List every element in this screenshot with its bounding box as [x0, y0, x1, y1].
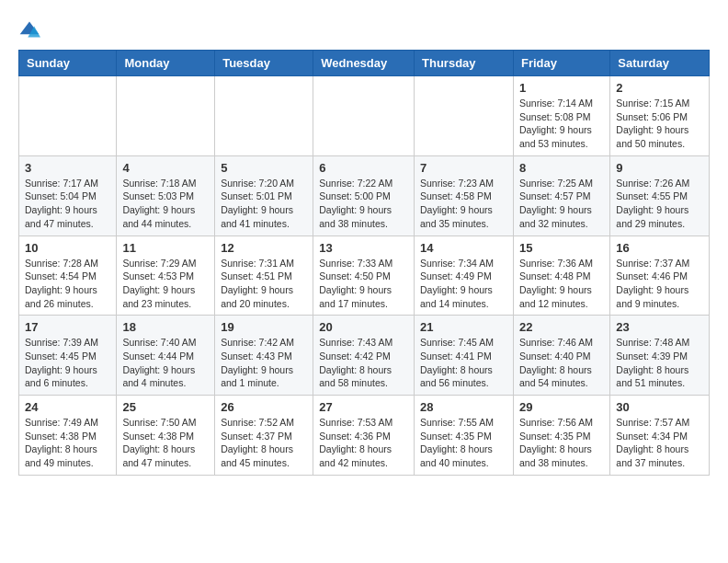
calendar-cell: 25Sunrise: 7:50 AM Sunset: 4:38 PM Dayli…: [117, 396, 215, 476]
day-number: 27: [319, 400, 408, 414]
calendar-cell: 30Sunrise: 7:57 AM Sunset: 4:34 PM Dayli…: [610, 396, 710, 476]
day-number: 2: [616, 81, 703, 95]
weekday-header: Monday: [117, 51, 215, 76]
day-number: 1: [519, 81, 604, 95]
calendar-cell: 1Sunrise: 7:14 AM Sunset: 5:08 PM Daylig…: [513, 76, 609, 156]
calendar-week-row: 24Sunrise: 7:49 AM Sunset: 4:38 PM Dayli…: [19, 396, 710, 476]
page-header: [18, 18, 710, 40]
calendar-header-row: SundayMondayTuesdayWednesdayThursdayFrid…: [19, 51, 710, 76]
day-info: Sunrise: 7:56 AM Sunset: 4:35 PM Dayligh…: [519, 416, 604, 470]
calendar-cell: [19, 76, 117, 156]
day-number: 9: [616, 161, 703, 175]
calendar-cell: 10Sunrise: 7:28 AM Sunset: 4:54 PM Dayli…: [19, 236, 117, 316]
calendar-cell: 18Sunrise: 7:40 AM Sunset: 4:44 PM Dayli…: [117, 316, 215, 396]
calendar-cell: 27Sunrise: 7:53 AM Sunset: 4:36 PM Dayli…: [313, 396, 415, 476]
calendar-cell: 9Sunrise: 7:26 AM Sunset: 4:55 PM Daylig…: [610, 155, 710, 236]
logo: [18, 18, 44, 40]
day-number: 13: [319, 241, 408, 255]
day-info: Sunrise: 7:46 AM Sunset: 4:40 PM Dayligh…: [519, 336, 604, 390]
day-info: Sunrise: 7:49 AM Sunset: 4:38 PM Dayligh…: [25, 416, 110, 470]
day-info: Sunrise: 7:29 AM Sunset: 4:53 PM Dayligh…: [122, 257, 209, 311]
day-info: Sunrise: 7:31 AM Sunset: 4:51 PM Dayligh…: [221, 257, 307, 311]
day-info: Sunrise: 7:55 AM Sunset: 4:35 PM Dayligh…: [420, 416, 507, 470]
calendar-cell: 14Sunrise: 7:34 AM Sunset: 4:49 PM Dayli…: [415, 236, 514, 316]
day-number: 22: [519, 320, 604, 334]
calendar-cell: 20Sunrise: 7:43 AM Sunset: 4:42 PM Dayli…: [313, 316, 415, 396]
calendar-cell: 6Sunrise: 7:22 AM Sunset: 5:00 PM Daylig…: [313, 155, 415, 236]
weekday-header: Friday: [513, 51, 609, 76]
day-info: Sunrise: 7:36 AM Sunset: 4:48 PM Dayligh…: [519, 257, 604, 311]
calendar-cell: 3Sunrise: 7:17 AM Sunset: 5:04 PM Daylig…: [19, 155, 117, 236]
day-info: Sunrise: 7:50 AM Sunset: 4:38 PM Dayligh…: [122, 416, 209, 470]
calendar-cell: [415, 76, 514, 156]
calendar-cell: [313, 76, 415, 156]
day-info: Sunrise: 7:37 AM Sunset: 4:46 PM Dayligh…: [616, 257, 703, 311]
day-number: 21: [420, 320, 507, 334]
day-info: Sunrise: 7:57 AM Sunset: 4:34 PM Dayligh…: [616, 416, 703, 470]
day-number: 14: [420, 241, 507, 255]
day-number: 26: [221, 400, 307, 414]
calendar-week-row: 17Sunrise: 7:39 AM Sunset: 4:45 PM Dayli…: [19, 316, 710, 396]
day-number: 6: [319, 161, 408, 175]
day-number: 12: [221, 241, 307, 255]
day-number: 16: [616, 241, 703, 255]
day-info: Sunrise: 7:15 AM Sunset: 5:06 PM Dayligh…: [616, 97, 703, 151]
day-number: 15: [519, 241, 604, 255]
calendar-cell: 15Sunrise: 7:36 AM Sunset: 4:48 PM Dayli…: [513, 236, 609, 316]
calendar-cell: 24Sunrise: 7:49 AM Sunset: 4:38 PM Dayli…: [19, 396, 117, 476]
day-number: 20: [319, 320, 408, 334]
calendar-cell: [117, 76, 215, 156]
calendar-cell: 23Sunrise: 7:48 AM Sunset: 4:39 PM Dayli…: [610, 316, 710, 396]
day-number: 8: [519, 161, 604, 175]
calendar-week-row: 1Sunrise: 7:14 AM Sunset: 5:08 PM Daylig…: [19, 76, 710, 156]
calendar-cell: 7Sunrise: 7:23 AM Sunset: 4:58 PM Daylig…: [415, 155, 514, 236]
calendar-week-row: 3Sunrise: 7:17 AM Sunset: 5:04 PM Daylig…: [19, 155, 710, 236]
calendar-cell: 28Sunrise: 7:55 AM Sunset: 4:35 PM Dayli…: [415, 396, 514, 476]
calendar-cell: 19Sunrise: 7:42 AM Sunset: 4:43 PM Dayli…: [215, 316, 313, 396]
day-number: 24: [25, 400, 110, 414]
day-info: Sunrise: 7:20 AM Sunset: 5:01 PM Dayligh…: [221, 177, 307, 231]
weekday-header: Thursday: [415, 51, 514, 76]
day-info: Sunrise: 7:34 AM Sunset: 4:49 PM Dayligh…: [420, 257, 507, 311]
calendar-cell: 11Sunrise: 7:29 AM Sunset: 4:53 PM Dayli…: [117, 236, 215, 316]
calendar-cell: 13Sunrise: 7:33 AM Sunset: 4:50 PM Dayli…: [313, 236, 415, 316]
day-number: 23: [616, 320, 703, 334]
calendar-cell: 17Sunrise: 7:39 AM Sunset: 4:45 PM Dayli…: [19, 316, 117, 396]
day-info: Sunrise: 7:14 AM Sunset: 5:08 PM Dayligh…: [519, 97, 604, 151]
day-info: Sunrise: 7:48 AM Sunset: 4:39 PM Dayligh…: [616, 336, 703, 390]
day-info: Sunrise: 7:42 AM Sunset: 4:43 PM Dayligh…: [221, 336, 307, 390]
day-info: Sunrise: 7:25 AM Sunset: 4:57 PM Dayligh…: [519, 177, 604, 231]
day-info: Sunrise: 7:43 AM Sunset: 4:42 PM Dayligh…: [319, 336, 408, 390]
day-info: Sunrise: 7:45 AM Sunset: 4:41 PM Dayligh…: [420, 336, 507, 390]
calendar-cell: 16Sunrise: 7:37 AM Sunset: 4:46 PM Dayli…: [610, 236, 710, 316]
day-number: 10: [25, 241, 110, 255]
day-info: Sunrise: 7:33 AM Sunset: 4:50 PM Dayligh…: [319, 257, 408, 311]
day-number: 28: [420, 400, 507, 414]
day-info: Sunrise: 7:39 AM Sunset: 4:45 PM Dayligh…: [25, 336, 110, 390]
day-number: 7: [420, 161, 507, 175]
calendar-cell: 5Sunrise: 7:20 AM Sunset: 5:01 PM Daylig…: [215, 155, 313, 236]
weekday-header: Sunday: [19, 51, 117, 76]
calendar-cell: 2Sunrise: 7:15 AM Sunset: 5:06 PM Daylig…: [610, 76, 710, 156]
calendar-cell: 12Sunrise: 7:31 AM Sunset: 4:51 PM Dayli…: [215, 236, 313, 316]
day-info: Sunrise: 7:28 AM Sunset: 4:54 PM Dayligh…: [25, 257, 110, 311]
calendar-cell: 8Sunrise: 7:25 AM Sunset: 4:57 PM Daylig…: [513, 155, 609, 236]
day-number: 4: [122, 161, 209, 175]
day-info: Sunrise: 7:52 AM Sunset: 4:37 PM Dayligh…: [221, 416, 307, 470]
day-info: Sunrise: 7:40 AM Sunset: 4:44 PM Dayligh…: [122, 336, 209, 390]
day-info: Sunrise: 7:22 AM Sunset: 5:00 PM Dayligh…: [319, 177, 408, 231]
day-number: 18: [122, 320, 209, 334]
day-number: 17: [25, 320, 110, 334]
day-number: 25: [122, 400, 209, 414]
day-info: Sunrise: 7:18 AM Sunset: 5:03 PM Dayligh…: [122, 177, 209, 231]
calendar-cell: [215, 76, 313, 156]
logo-icon: [18, 18, 40, 40]
calendar-table: SundayMondayTuesdayWednesdayThursdayFrid…: [18, 50, 710, 476]
day-number: 5: [221, 161, 307, 175]
day-number: 29: [519, 400, 604, 414]
day-number: 3: [25, 161, 110, 175]
calendar-cell: 29Sunrise: 7:56 AM Sunset: 4:35 PM Dayli…: [513, 396, 609, 476]
day-info: Sunrise: 7:26 AM Sunset: 4:55 PM Dayligh…: [616, 177, 703, 231]
calendar-cell: 22Sunrise: 7:46 AM Sunset: 4:40 PM Dayli…: [513, 316, 609, 396]
weekday-header: Wednesday: [313, 51, 415, 76]
